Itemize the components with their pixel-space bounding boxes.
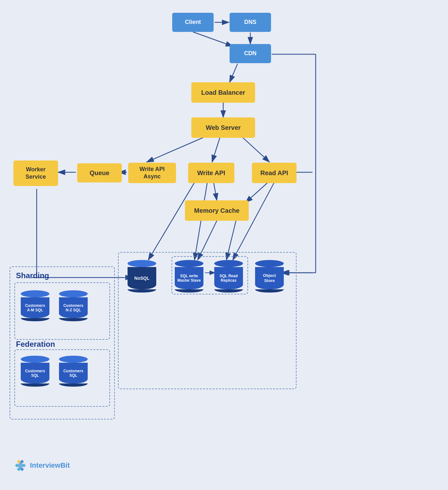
fed-customers2-db: Customers SQL: [59, 356, 88, 387]
read-api-node: Read API: [252, 163, 297, 183]
logo-text: InterviewBit: [30, 461, 70, 470]
svg-line-3: [193, 32, 233, 46]
logo-bit: Bit: [60, 461, 70, 469]
diagram-container: Client DNS CDN Load Balancer Web Server …: [0, 0, 448, 490]
load-balancer-node: Load Balancer: [191, 82, 255, 103]
write-api-node: Write API: [188, 163, 234, 183]
customers-am-db: Customers A-M SQL: [21, 290, 49, 321]
memory-cache-node: Memory Cache: [185, 200, 249, 221]
interviewbit-logo-icon: [13, 458, 27, 472]
fed-customers1-db: Customers SQL: [21, 356, 49, 387]
queue-node: Queue: [77, 163, 122, 182]
svg-line-11: [214, 182, 217, 200]
svg-line-12: [246, 182, 268, 203]
sharding-label: Sharding: [16, 271, 49, 280]
logo-area: InterviewBit: [13, 458, 70, 472]
svg-line-14: [195, 182, 207, 260]
all-databases-box: [118, 252, 297, 389]
client-node: Client: [172, 13, 214, 32]
customers-nz-db: Customers N-Z SQL: [59, 290, 88, 321]
worker-service-node: Worker Service: [13, 160, 58, 186]
svg-line-15: [148, 182, 195, 260]
write-api-async-node: Write API Async: [128, 163, 176, 183]
svg-line-4: [230, 64, 238, 82]
dns-node: DNS: [230, 13, 271, 32]
svg-line-8: [242, 137, 269, 162]
federation-label: Federation: [16, 340, 55, 349]
cdn-node: CDN: [230, 44, 271, 63]
svg-line-16: [233, 182, 274, 260]
svg-line-6: [147, 137, 204, 162]
web-server-node: Web Server: [191, 117, 255, 138]
svg-line-7: [212, 137, 220, 162]
logo-interview: Interview: [30, 461, 60, 469]
